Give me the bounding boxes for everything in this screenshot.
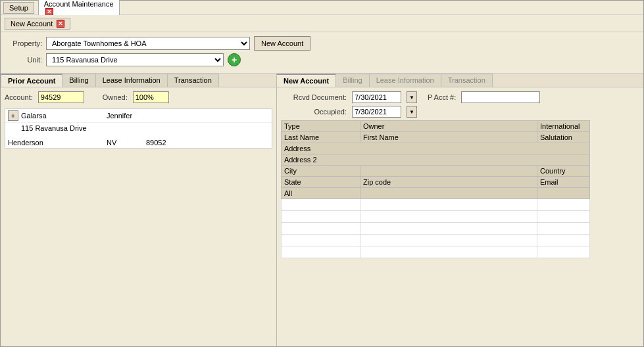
grid-header-row-5: City Country — [282, 166, 639, 177]
new-account-button[interactable]: New Account — [254, 36, 310, 51]
owned-input[interactable] — [133, 91, 169, 103]
owned-label: Owned: — [103, 93, 128, 101]
grid-cell[interactable] — [282, 199, 360, 211]
salutation-header: Salutation — [537, 132, 590, 143]
right-panel-content: Rcvd Document: ▼ P Acct #: Occupied: ▼ — [277, 87, 643, 346]
grid-empty-row-1 — [282, 199, 639, 211]
account-maintenance-close[interactable]: ✕ — [45, 8, 53, 16]
prior-account-tab[interactable]: Prior Account — [1, 74, 62, 87]
new-account-tab-right[interactable]: New Account — [277, 74, 336, 87]
zip-cell: 89052 — [146, 139, 199, 147]
add-unit-button[interactable]: + — [228, 53, 241, 66]
lease-information-tab-left[interactable]: Lease Information — [96, 74, 168, 87]
address1-cell: 115 Ravanusa Drive — [21, 124, 87, 132]
grid-cell[interactable] — [360, 246, 537, 258]
owner-header: Owner — [360, 121, 537, 132]
grid-cell[interactable] — [537, 246, 590, 258]
person-row: + Galarsa Jennifer — [5, 109, 272, 123]
left-panel-content: Account: Owned: + Galarsa Jennifer 115 R… — [1, 87, 276, 346]
rcvd-doc-label: Rcvd Document: — [281, 93, 347, 101]
property-label: Property: — [6, 39, 42, 47]
unit-row: Unit: 115 Ravanusa Drive + — [6, 53, 638, 66]
rcvd-doc-row: Rcvd Document: ▼ P Acct #: — [281, 91, 639, 103]
city-row: Henderson NV 89052 — [5, 137, 272, 148]
all-header: All — [282, 188, 360, 199]
lastname-header: Last Name — [282, 132, 360, 143]
grid-header-row-4: Address 2 — [282, 154, 639, 166]
form-area: Property: Aborgate Townhomes & HOA New A… — [1, 32, 643, 74]
account-label: Account: — [5, 93, 33, 101]
grid-empty-row-4 — [282, 235, 639, 246]
grid-empty-row-2 — [282, 211, 639, 223]
grid-cell[interactable] — [537, 199, 590, 211]
grid-header-row-3: Address — [282, 143, 639, 154]
person-section: + Galarsa Jennifer 115 Ravanusa Drive He… — [5, 108, 272, 149]
city-cell: Henderson — [8, 139, 93, 147]
grid-cell[interactable] — [282, 223, 360, 235]
grid-cell[interactable] — [537, 211, 590, 223]
rcvd-doc-date-input[interactable] — [352, 91, 401, 103]
transaction-tab-left[interactable]: Transaction — [168, 74, 219, 87]
grid-cell[interactable] — [537, 223, 590, 235]
menu-bar: Setup Account Maintenance ✕ — [1, 1, 643, 15]
new-account-bar: New Account ✕ — [1, 15, 643, 32]
setup-tab[interactable]: Setup — [3, 2, 34, 14]
left-tabs-bar: Prior Account Billing Lease Information … — [1, 74, 276, 87]
email-header: Email — [537, 177, 590, 188]
transaction-tab-right[interactable]: Transaction — [441, 74, 493, 87]
account-input[interactable] — [38, 91, 84, 103]
grid-cell[interactable] — [282, 211, 360, 223]
new-account-tab[interactable]: New Account ✕ — [5, 18, 70, 30]
right-tabs-bar: New Account Billing Lease Information Tr… — [277, 74, 643, 87]
state-cell: NV — [107, 139, 133, 147]
main-content: Prior Account Billing Lease Information … — [1, 74, 643, 346]
grid-cell[interactable] — [360, 235, 537, 246]
address-row: 115 Ravanusa Drive — [5, 123, 272, 133]
grid-header-row-7: All — [282, 188, 639, 199]
expand-button[interactable]: + — [8, 110, 18, 121]
address-header: Address — [282, 143, 590, 154]
occupied-date-dropdown[interactable]: ▼ — [407, 106, 417, 118]
state-header: State — [282, 177, 360, 188]
last-name-cell: Galarsa — [21, 112, 107, 120]
grid-header-row-6: State Zip code Email — [282, 177, 639, 188]
billing-tab-right[interactable]: Billing — [336, 74, 369, 87]
main-window: Setup Account Maintenance ✕ New Account … — [0, 0, 644, 347]
account-row: Account: Owned: — [5, 91, 272, 103]
occupied-date-input[interactable] — [352, 106, 401, 118]
grid-cell[interactable] — [360, 223, 537, 235]
grid-empty-row-5 — [282, 246, 639, 258]
type-header: Type — [282, 121, 360, 132]
rcvd-doc-date-dropdown[interactable]: ▼ — [407, 91, 417, 103]
grid-cell[interactable] — [282, 246, 360, 258]
property-select[interactable]: Aborgate Townhomes & HOA — [46, 37, 250, 50]
grid-header-row-1: Type Owner International — [282, 121, 639, 132]
firstname-header: First Name — [360, 132, 537, 143]
grid-cell[interactable] — [282, 235, 360, 246]
occupied-label: Occupied: — [281, 108, 347, 116]
p-acct-label: P Acct #: — [428, 93, 456, 101]
grid-header-row-2: Last Name First Name Salutation — [282, 132, 639, 143]
grid-empty-row-3 — [282, 223, 639, 235]
new-account-close[interactable]: ✕ — [57, 20, 64, 28]
international-header: International — [537, 121, 590, 132]
unit-label: Unit: — [6, 56, 42, 64]
right-panel: New Account Billing Lease Information Tr… — [277, 74, 643, 346]
grid-cell[interactable] — [537, 235, 590, 246]
p-acct-input[interactable] — [461, 91, 540, 103]
billing-tab-left[interactable]: Billing — [62, 74, 95, 87]
left-panel: Prior Account Billing Lease Information … — [1, 74, 277, 346]
address2-header: Address 2 — [282, 154, 590, 166]
first-name-cell: Jennifer — [107, 112, 186, 120]
unit-select[interactable]: 115 Ravanusa Drive — [46, 53, 224, 66]
zipcode-header: Zip code — [360, 177, 537, 188]
occupied-row: Occupied: ▼ — [281, 106, 639, 118]
lease-information-tab-right[interactable]: Lease Information — [370, 74, 441, 87]
grid-cell[interactable] — [360, 211, 537, 223]
property-row: Property: Aborgate Townhomes & HOA New A… — [6, 36, 638, 51]
city-header: City — [282, 166, 360, 177]
contact-grid: Type Owner International Last Name First… — [281, 120, 639, 258]
country-header: Country — [537, 166, 590, 177]
grid-cell[interactable] — [360, 199, 537, 211]
